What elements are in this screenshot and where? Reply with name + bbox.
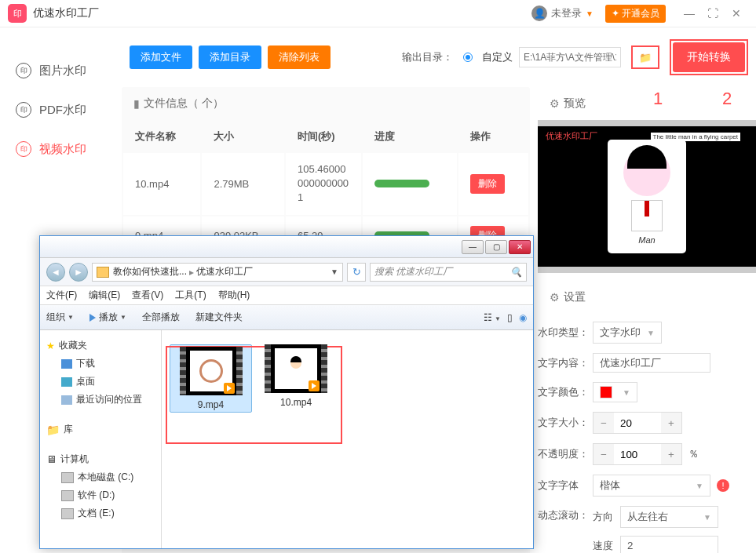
opacity-unit: ％ xyxy=(688,447,699,461)
help-button[interactable]: ◉ xyxy=(519,312,527,323)
add-file-button[interactable]: 添加文件 xyxy=(130,45,192,69)
chevron-right-icon: ▸ xyxy=(189,267,194,278)
increase-button[interactable]: + xyxy=(661,413,681,433)
nav-forward-button[interactable]: ► xyxy=(69,263,88,282)
custom-radio-label: 自定义 xyxy=(482,50,513,64)
col-action: 操作 xyxy=(458,122,528,151)
speed-label: 速度 xyxy=(593,539,620,553)
view-mode-button[interactable]: ☷▼ xyxy=(484,312,501,323)
font-size-value[interactable] xyxy=(614,414,661,432)
text-content-input[interactable] xyxy=(593,353,710,373)
play-button[interactable]: 播放▼ xyxy=(89,311,126,324)
color-swatch-icon xyxy=(600,386,612,398)
col-time: 时间(秒) xyxy=(286,122,361,151)
address-bar[interactable]: 教你如何快速批... ▸ 优速水印工厂 ▼ xyxy=(92,263,343,282)
opacity-stepper[interactable]: − + xyxy=(593,443,682,465)
menu-help[interactable]: 帮助(H) xyxy=(218,289,250,302)
new-folder-button[interactable]: 新建文件夹 xyxy=(195,311,243,324)
minimize-button[interactable]: — xyxy=(677,7,701,20)
play-overlay-icon xyxy=(309,380,320,391)
explorer-max-button[interactable]: ▢ xyxy=(485,240,507,254)
wm-type-select[interactable]: 文字水印▼ xyxy=(593,322,662,344)
preview-panel: ⚙ 预览 优速水印工厂 The little man in a flying c… xyxy=(538,87,756,273)
chevron-down-icon[interactable]: ▼ xyxy=(331,267,338,276)
tree-desktop[interactable]: 桌面 xyxy=(44,373,157,391)
decrease-button[interactable]: − xyxy=(593,444,614,464)
browse-folder-button[interactable]: 📁 xyxy=(631,45,659,69)
tree-library[interactable]: 库 xyxy=(44,420,157,438)
clear-list-button[interactable]: 清除列表 xyxy=(268,45,331,69)
col-size: 大小 xyxy=(202,122,284,151)
custom-radio[interactable] xyxy=(463,53,473,62)
main-toolbar: 添加文件 添加目录 清除列表 输出目录： 自定义 📁 开始转换 xyxy=(122,27,756,87)
tree-drive-d[interactable]: 软件 (D:) xyxy=(44,486,157,504)
decrease-button[interactable]: − xyxy=(593,413,614,433)
speed-input[interactable] xyxy=(620,536,718,553)
sidebar-item-pdf-wm[interactable]: 印 PDF水印 xyxy=(0,90,122,129)
increase-button[interactable]: + xyxy=(661,444,681,464)
chevron-down-icon: ▼ xyxy=(68,314,74,321)
nav-back-button[interactable]: ◄ xyxy=(46,263,65,282)
output-path-input[interactable] xyxy=(519,47,621,67)
menu-edit[interactable]: 编辑(E) xyxy=(89,289,120,302)
explorer-menubar: 文件(F) 编辑(E) 查看(V) 工具(T) 帮助(H) xyxy=(40,286,533,305)
file-icon: ▮ xyxy=(133,97,140,110)
preview-pane-button[interactable]: ▯ xyxy=(507,312,513,323)
open-vip-button[interactable]: ✦ 开通会员 xyxy=(605,5,666,23)
explorer-file-area[interactable]: 9.mp4 10.mp4 xyxy=(162,330,533,548)
sidebar-item-image-wm[interactable]: 印 图片水印 xyxy=(0,51,122,90)
play-icon xyxy=(89,314,96,322)
table-row: 10.mp4 2.79MB 105.460000000000001 删除 xyxy=(123,153,528,215)
color-select[interactable]: ▼ xyxy=(593,382,637,402)
explorer-close-button[interactable]: ✕ xyxy=(509,240,531,254)
file-explorer-window: — ▢ ✕ ◄ ► 教你如何快速批... ▸ 优速水印工厂 ▼ ↻ 搜索 优速水… xyxy=(39,235,534,549)
login-dropdown-icon[interactable]: ▼ xyxy=(586,9,593,18)
menu-tools[interactable]: 工具(T) xyxy=(175,289,206,302)
font-family-select[interactable]: 楷体▼ xyxy=(593,475,710,497)
preview-small-tag: The little man in a flying carpet xyxy=(651,133,741,141)
explorer-titlebar[interactable]: — ▢ ✕ xyxy=(40,236,533,258)
chevron-down-icon: ▼ xyxy=(120,314,126,321)
login-status[interactable]: 未登录 xyxy=(551,6,582,20)
close-button[interactable]: ✕ xyxy=(725,7,748,20)
text-content-label: 文字内容： xyxy=(538,356,593,370)
refresh-button[interactable]: ↻ xyxy=(347,263,366,282)
font-family-label: 文字字体 xyxy=(538,478,593,493)
warning-icon[interactable]: ! xyxy=(717,479,729,492)
explorer-min-button[interactable]: — xyxy=(462,240,484,254)
user-icon[interactable]: 👤 xyxy=(531,5,547,21)
preview-card: Man xyxy=(608,140,686,253)
video-thumb-icon xyxy=(265,344,327,393)
tree-recent[interactable]: 最近访问的位置 xyxy=(44,391,157,409)
chevron-down-icon: ▼ xyxy=(623,388,630,397)
direction-select[interactable]: 从左往右▼ xyxy=(620,506,718,528)
app-logo-icon: 印 xyxy=(8,4,27,23)
folder-icon xyxy=(97,267,109,278)
font-size-stepper[interactable]: − + xyxy=(593,412,682,434)
opacity-label: 不透明度： xyxy=(538,447,593,461)
start-convert-button[interactable]: 开始转换 xyxy=(673,42,745,72)
annotation-2: 2 xyxy=(722,89,732,109)
explorer-nav: ◄ ► 教你如何快速批... ▸ 优速水印工厂 ▼ ↻ 搜索 优速水印工厂 🔍 xyxy=(40,258,533,286)
tree-downloads[interactable]: 下载 xyxy=(44,355,157,373)
delete-row-button[interactable]: 删除 xyxy=(470,174,505,194)
tree-drive-e[interactable]: 文档 (E:) xyxy=(44,504,157,522)
vip-icon: ✦ xyxy=(612,8,619,19)
opacity-value[interactable] xyxy=(614,446,661,464)
sidebar-item-video-wm[interactable]: 印 视频水印 xyxy=(0,129,122,169)
add-dir-button[interactable]: 添加目录 xyxy=(199,45,261,69)
folder-icon: 📁 xyxy=(639,52,652,64)
preview-area: 优速水印工厂 The little man in a flying carpet… xyxy=(538,120,756,273)
organize-button[interactable]: 组织▼ xyxy=(46,311,74,324)
menu-view[interactable]: 查看(V) xyxy=(132,289,163,302)
file-panel-header: ▮ 文件信息（ 个） xyxy=(122,87,530,120)
direction-label: 方向 xyxy=(593,510,620,524)
tree-computer[interactable]: 计算机 xyxy=(44,450,157,468)
play-all-button[interactable]: 全部播放 xyxy=(142,311,180,324)
tree-drive-c[interactable]: 本地磁盘 (C:) xyxy=(44,468,157,486)
maximize-button[interactable]: ⛶ xyxy=(701,7,725,20)
chevron-down-icon: ▼ xyxy=(703,513,711,522)
explorer-search-input[interactable]: 搜索 优速水印工厂 🔍 xyxy=(370,263,527,282)
menu-file[interactable]: 文件(F) xyxy=(46,289,77,302)
tree-favorites[interactable]: 收藏夹 xyxy=(44,337,157,355)
